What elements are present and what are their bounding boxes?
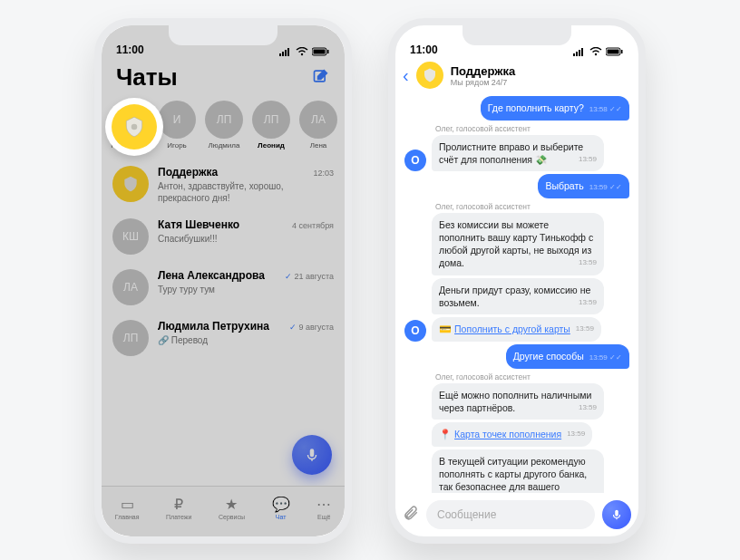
tab-item[interactable]: 💬Чат [272,497,290,520]
signal-icon [573,47,586,56]
svg-point-4 [301,53,303,55]
incoming-message[interactable]: 💳 Пополнить с другой карты13:59 [432,317,601,342]
message-row: О📍 Карта точек пополнения13:59 [404,422,629,447]
chat-row[interactable]: КШКатя Шевченко4 сентябряСпасибушки!!! [112,211,334,262]
status-time: 11:00 [116,43,144,56]
svg-rect-14 [579,50,580,56]
chat-list: Поддержка12:03Антон, здравствуйте, хорош… [102,159,345,363]
chat-row[interactable]: ЛАЛена Александрова✓21 августаТуру туру … [112,262,334,313]
message-row: О💳 Пополнить с другой карты13:59 [404,317,629,342]
svg-rect-13 [576,52,578,56]
message-placeholder: Сообщение [437,508,496,521]
input-bar: Сообщение [403,500,631,529]
assistant-label: Олег, голосовой ассистент [435,124,629,133]
chat-row[interactable]: Поддержка12:03Антон, здравствуйте, хорош… [112,159,334,211]
message-row: Другие способы13:59 ✓✓ [404,344,629,369]
svg-rect-6 [314,50,326,54]
wifi-icon [589,47,602,56]
message-row: ОЕщё можно пополнить наличными через пар… [404,383,629,420]
assistant-avatar: О [404,150,426,171]
incoming-message: Пролистните вправо и выберите счёт для п… [432,135,604,171]
attach-icon[interactable] [403,505,419,526]
message-row: ОДеньги придут сразу, комиссию не возьме… [404,278,629,314]
svg-point-16 [595,53,597,55]
compose-icon[interactable] [312,67,330,89]
message-row: Где пополнить карту?13:58 ✓✓ [404,96,629,121]
tab-item[interactable]: ⋯Ещё [316,497,331,520]
outgoing-message: Другие способы13:59 ✓✓ [506,344,629,369]
assistant-label: Олег, голосовой ассистент [435,372,629,381]
outgoing-message: Где пополнить карту?13:58 ✓✓ [481,96,629,121]
svg-rect-3 [287,48,289,56]
assistant-label: Олег, голосовой ассистент [435,202,629,211]
signal-icon [279,47,292,56]
message-row: ОВ текущей ситуации рекомендую пополнять… [404,449,629,493]
story-item[interactable]: ЛАЛена [299,101,337,150]
story-item[interactable]: ЛПЛюдмила [205,101,243,150]
incoming-message: В текущей ситуации рекомендую пополнять … [432,449,604,493]
svg-rect-12 [573,53,575,56]
story-item[interactable]: ИИгорь [158,101,196,150]
svg-rect-15 [581,48,583,56]
battery-icon [312,47,330,56]
battery-icon [606,47,624,56]
chat-subtitle: Мы рядом 24/7 [451,78,516,87]
phone-chats: 11:00 Чаты ПоддержкаИИгорьЛПЛюдмилаЛПЛео… [94,18,352,544]
outgoing-message: Выбрать13:59 ✓✓ [538,174,629,198]
messages[interactable]: Где пополнить карту?13:58 ✓✓Олег, голосо… [395,94,638,493]
svg-rect-20 [615,510,618,517]
svg-rect-1 [282,52,284,56]
wifi-icon [296,47,308,56]
tab-item[interactable]: ₽Платежи [166,497,191,520]
svg-rect-2 [285,50,287,56]
tab-bar: ▭Главная₽Платежи★Сервисы💬Чат⋯Ещё [102,486,345,536]
svg-rect-9 [310,449,315,457]
svg-point-11 [131,124,138,130]
support-avatar[interactable] [416,62,443,89]
svg-rect-19 [621,50,623,53]
voice-button[interactable] [602,500,631,529]
svg-rect-18 [608,50,619,54]
incoming-message[interactable]: 📍 Карта точек пополнения13:59 [432,422,592,447]
assistant-avatar: О [404,320,426,342]
highlight-support-story[interactable] [105,98,163,156]
incoming-message: Ещё можно пополнить наличными через парт… [432,383,604,420]
message-row: ОПролистните вправо и выберите счёт для … [404,135,629,171]
tab-item[interactable]: ★Сервисы [219,497,245,520]
message-input[interactable]: Сообщение [426,500,595,529]
svg-rect-7 [327,50,329,53]
chat-row[interactable]: ЛПЛюдмила Петрухина✓9 августа🔗 Перевод [112,313,334,363]
svg-rect-0 [279,53,281,56]
status-time: 11:00 [410,43,438,56]
message-row: Выбрать13:59 ✓✓ [404,174,629,198]
incoming-message: Деньги придут сразу, комиссию не возьмем… [432,278,604,314]
story-item[interactable]: ЛПЛеонид [252,101,290,150]
page-title: Чаты [116,63,178,92]
notch [462,25,571,45]
phone-support-chat: 11:00 ‹ Поддержка Мы рядом 24/7 Где попо… [388,18,646,544]
voice-fab[interactable] [292,435,332,475]
back-icon[interactable]: ‹ [403,65,409,86]
chat-title: Поддержка [451,64,516,78]
tab-item[interactable]: ▭Главная [115,497,140,520]
incoming-message: Без комиссии вы можете пополнить вашу ка… [432,213,604,275]
chat-header: ‹ Поддержка Мы рядом 24/7 [395,58,638,94]
message-row: ОБез комиссии вы можете пополнить вашу к… [404,213,629,275]
notch [169,25,278,45]
